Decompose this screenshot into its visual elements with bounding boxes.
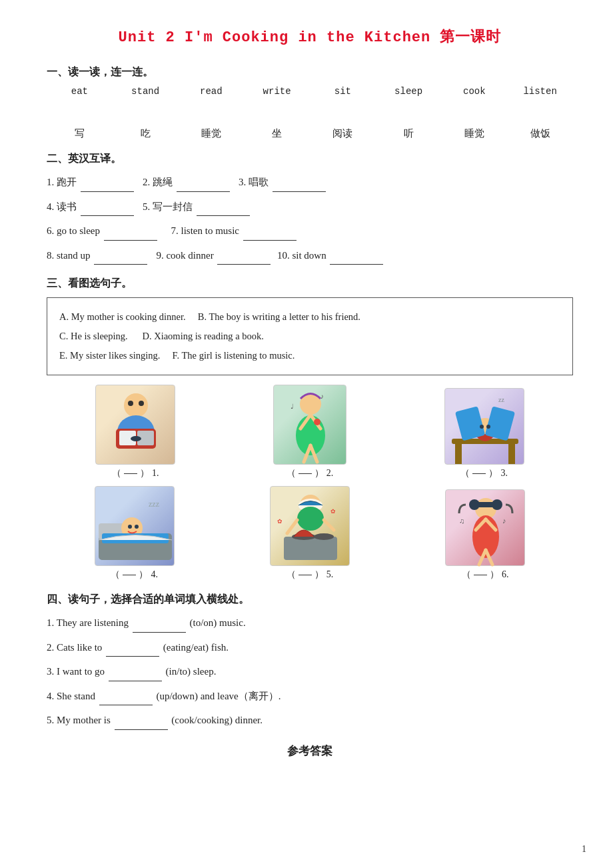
- s4-blank-3[interactable]: [109, 681, 162, 681]
- svg-rect-22: [484, 406, 514, 441]
- svg-point-7: [131, 436, 141, 441]
- svg-line-39: [287, 520, 297, 533]
- sentence-box: A. My mother is cooking dinner. B. The b…: [47, 297, 573, 375]
- ex4-item3: 3. I want to go (in/to) sleep.: [47, 662, 573, 681]
- svg-text:♫: ♫: [459, 517, 464, 525]
- section4: 四、读句子，选择合适的单词填入横线处。 1. They are listenin…: [47, 593, 573, 730]
- svg-rect-21: [455, 406, 485, 441]
- section2-label: 二、英汉互译。: [47, 152, 573, 166]
- chinese-words-row: 写 吃 睡觉 坐 阅读 听 睡觉 做饭: [47, 127, 573, 140]
- svg-rect-18: [455, 444, 462, 464]
- word-eat: eat: [47, 86, 113, 97]
- blank-6[interactable]: [104, 240, 157, 241]
- answer-blank-2[interactable]: [299, 473, 312, 474]
- img-label-5: （）5.: [287, 569, 334, 581]
- blank-7[interactable]: [243, 240, 297, 241]
- section1-label: 一、读一读，连一连。: [47, 65, 573, 79]
- ex2-line1: 1. 跑开 2. 跳绳 3. 唱歌: [47, 173, 573, 192]
- svg-text:✿: ✿: [330, 508, 336, 515]
- ex2-line2: 4. 读书 5. 写一封信: [47, 197, 573, 217]
- cn-read: 阅读: [310, 127, 376, 140]
- word-sit: sit: [310, 86, 376, 97]
- answer-blank-5[interactable]: [299, 575, 312, 575]
- blank-2[interactable]: [177, 191, 230, 192]
- blank-10[interactable]: [330, 264, 383, 265]
- svg-rect-49: [471, 502, 500, 507]
- ex4-item4: 4. She stand (up/down) and leave（离开）.: [47, 687, 573, 706]
- img-item-3: zz （）3.: [444, 388, 524, 479]
- s4-blank-5[interactable]: [115, 729, 168, 730]
- word-cook: cook: [442, 86, 508, 97]
- img-boy-reading: [95, 385, 175, 465]
- section4-label: 四、读句子，选择合适的单词填入横线处。: [47, 593, 573, 607]
- cn-eat: 吃: [113, 127, 179, 140]
- sentence-cd: C. He is sleeping. D. Xiaoming is readin…: [59, 327, 560, 346]
- blank-5[interactable]: [197, 215, 250, 216]
- answer-blank-6[interactable]: [474, 575, 487, 575]
- svg-text:✿: ✿: [277, 518, 283, 525]
- cn-sit: 坐: [244, 127, 310, 140]
- ex4-item1: 1. They are listening (to/on) music.: [47, 613, 573, 633]
- img-label-6: （）6.: [462, 569, 509, 581]
- section2: 二、英汉互译。 1. 跑开 2. 跳绳 3. 唱歌 4. 读书 5. 写一封信 …: [47, 152, 573, 265]
- img-bed-sleeping: zzz: [95, 486, 175, 566]
- answer-blank-3[interactable]: [472, 473, 486, 474]
- ex4-item2: 2. Cats like to (eating/eat) fish.: [47, 638, 573, 657]
- img-label-2: （）2.: [287, 467, 334, 479]
- answer-blank-4[interactable]: [123, 575, 136, 575]
- img-music: ♪ ♫: [445, 489, 525, 566]
- images-row2: zzz （）4. ✿: [47, 486, 573, 581]
- blank-3[interactable]: [273, 191, 326, 192]
- ex4-item5: 5. My mother is (cook/cooking) dinner.: [47, 711, 573, 730]
- img-sleeping-desk: zz: [444, 388, 524, 465]
- svg-point-5: [128, 401, 133, 406]
- svg-text:♩: ♩: [291, 403, 294, 410]
- svg-point-30: [128, 525, 132, 529]
- word-stand: stand: [113, 86, 179, 97]
- img-item-6: ♪ ♫ （）6.: [445, 489, 525, 581]
- svg-point-24: [486, 425, 490, 429]
- svg-text:zz: zz: [498, 396, 504, 403]
- svg-point-0: [124, 393, 148, 417]
- cn-cook: 做饭: [507, 127, 573, 140]
- blank-8[interactable]: [94, 264, 147, 265]
- sentence-ab: A. My mother is cooking dinner. B. The b…: [59, 307, 560, 327]
- answer-section: 参考答案: [47, 743, 573, 759]
- blank-4[interactable]: [81, 215, 134, 216]
- svg-point-23: [480, 425, 484, 429]
- ex2-line4: 8. stand up 9. cook dinner 10. sit down: [47, 246, 573, 265]
- svg-line-40: [324, 520, 334, 530]
- s4-blank-1[interactable]: [133, 632, 186, 633]
- page-number: 1: [582, 844, 586, 855]
- section1: 一、读一读，连一连。 eat stand read write sit slee…: [47, 65, 573, 140]
- svg-text:zzz: zzz: [149, 499, 159, 509]
- word-sleep: sleep: [376, 86, 442, 97]
- svg-point-38: [297, 507, 324, 531]
- english-words-row: eat stand read write sit sleep cook list…: [47, 86, 573, 97]
- cn-sleep2: 睡觉: [442, 127, 508, 140]
- svg-point-35: [314, 533, 334, 540]
- s4-blank-4[interactable]: [99, 705, 153, 705]
- img-label-4: （）4.: [111, 569, 158, 581]
- img-item-4: zzz （）4.: [95, 486, 175, 581]
- blank-9[interactable]: [217, 264, 271, 265]
- img-girl-singing: ♪ ♩: [273, 385, 346, 465]
- s4-blank-2[interactable]: [106, 656, 159, 657]
- svg-text:♪: ♪: [320, 393, 324, 400]
- img-item-1: （）1.: [95, 385, 175, 479]
- blank-1[interactable]: [81, 191, 134, 192]
- section3-label: 三、看图选句子。: [47, 277, 573, 291]
- images-row1: （）1. ♪ ♩ （）2.: [47, 385, 573, 479]
- svg-point-31: [135, 525, 139, 529]
- sentence-ef: E. My sister likes singing. F. The girl …: [59, 346, 560, 365]
- img-label-1: （）1.: [112, 467, 159, 479]
- answer-blank-1[interactable]: [124, 473, 137, 474]
- svg-rect-19: [508, 444, 515, 464]
- word-listen: listen: [507, 86, 573, 97]
- cn-listen: 听: [376, 127, 442, 140]
- svg-text:♪: ♪: [502, 517, 506, 525]
- img-label-3: （）3.: [460, 467, 508, 479]
- cn-write: 写: [47, 127, 113, 140]
- img-cooking: ✿ ✿: [270, 486, 350, 566]
- svg-point-12: [314, 419, 320, 425]
